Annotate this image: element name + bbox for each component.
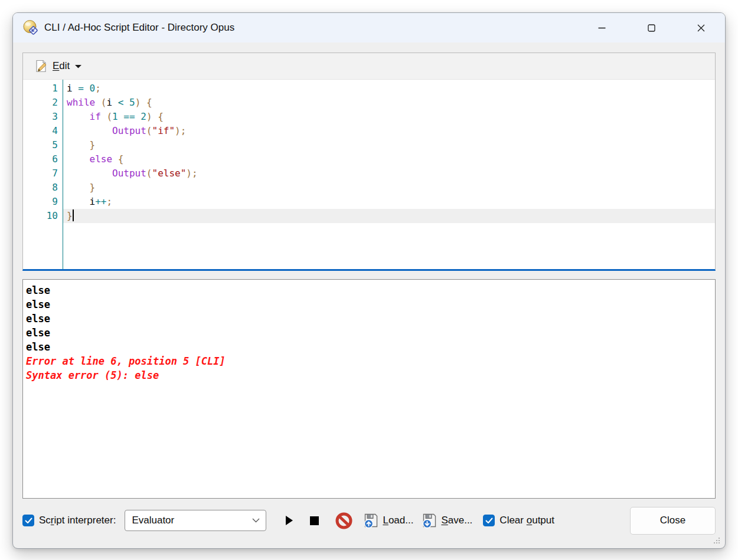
code-lines: i = 0;while (i < 5) { if (1 == 2) { Outp… — [63, 80, 715, 269]
save-button-label: Save... — [441, 515, 472, 526]
abort-button[interactable] — [335, 512, 352, 529]
script-editor-dialog: CLI / Ad-Hoc Script Editor - Directory O… — [12, 12, 726, 549]
line-number: 2 — [23, 96, 63, 110]
editor-panel: Edit 12345678910 i = 0;while (i < 5) { i… — [22, 53, 716, 271]
no-entry-icon — [335, 512, 352, 529]
line-number: 4 — [23, 124, 63, 138]
play-icon — [285, 515, 293, 526]
chevron-down-icon — [252, 518, 260, 523]
code-line: i = 0; — [63, 81, 715, 96]
line-number: 10 — [23, 209, 63, 223]
floppy-save-icon — [422, 513, 437, 529]
maximize-icon[interactable] — [638, 15, 665, 41]
line-number: 6 — [23, 152, 63, 166]
code-line: i++; — [63, 195, 715, 209]
bottom-toolbar: Script interpreter: Evaluator — [22, 506, 716, 535]
text-caret — [73, 209, 74, 221]
interpreter-select[interactable]: Evaluator — [125, 510, 266, 531]
stop-button[interactable] — [306, 513, 322, 528]
code-line: } — [63, 209, 715, 223]
dialog-body: Edit 12345678910 i = 0;while (i < 5) { i… — [13, 42, 725, 535]
clear-output-checkbox[interactable] — [483, 515, 495, 526]
code-line: Output("else"); — [63, 166, 715, 181]
code-line: Output("if"); — [63, 124, 715, 138]
code-line: } — [63, 138, 715, 152]
code-line: if (1 == 2) { — [63, 110, 715, 124]
output-line: else — [26, 283, 710, 297]
line-number: 9 — [23, 195, 63, 209]
line-number: 3 — [23, 110, 63, 124]
clear-output-group: Clear output — [483, 515, 554, 526]
line-number: 8 — [23, 181, 63, 195]
close-icon[interactable] — [687, 15, 714, 41]
code-editor[interactable]: 12345678910 i = 0;while (i < 5) { if (1 … — [23, 80, 715, 269]
window-title: CLI / Ad-Hoc Script Editor - Directory O… — [44, 22, 234, 34]
load-button-label: Load... — [383, 515, 413, 526]
output-panel[interactable]: elseelseelseelseelseError at line 6, pos… — [22, 279, 716, 499]
desktop-background: CLI / Ad-Hoc Script Editor - Directory O… — [0, 0, 738, 560]
clear-output-label: Clear output — [499, 515, 554, 526]
output-error-line: Syntax error (5): else — [26, 368, 710, 382]
save-button[interactable]: Save... — [422, 513, 472, 529]
code-line: else { — [63, 152, 715, 166]
output-line: else — [26, 326, 710, 340]
edit-menu-button[interactable]: Edit — [29, 55, 87, 77]
caption-buttons — [588, 15, 714, 41]
titlebar[interactable]: CLI / Ad-Hoc Script Editor - Directory O… — [13, 13, 725, 42]
minimize-icon[interactable] — [588, 15, 615, 41]
line-number: 7 — [23, 166, 63, 181]
directory-opus-app-icon — [22, 19, 39, 36]
output-line: else — [26, 297, 710, 312]
edit-pencil-icon — [34, 59, 48, 73]
editor-toolbar: Edit — [23, 53, 715, 80]
line-number: 1 — [23, 81, 63, 96]
script-interpreter-label: Script interpreter: — [39, 515, 116, 526]
line-number: 5 — [23, 138, 63, 152]
stop-icon — [310, 516, 319, 525]
line-number-gutter: 12345678910 — [23, 80, 63, 269]
code-line: while (i < 5) { — [63, 96, 715, 110]
resize-grip-icon[interactable] — [713, 536, 721, 545]
output-line: else — [26, 312, 710, 326]
close-button[interactable]: Close — [630, 507, 716, 535]
script-interpreter-checkbox[interactable] — [22, 515, 34, 526]
run-button[interactable] — [282, 513, 297, 528]
interpreter-selected-value: Evaluator — [132, 515, 174, 526]
floppy-load-icon — [363, 513, 379, 529]
script-interpreter-group: Script interpreter: — [22, 515, 116, 526]
output-line: else — [26, 340, 710, 354]
chevron-down-icon — [75, 64, 81, 68]
output-error-line: Error at line 6, position 5 [CLI] — [26, 354, 710, 368]
code-line: } — [63, 181, 715, 195]
load-button[interactable]: Load... — [363, 513, 413, 529]
edit-menu-label: Edit — [53, 60, 70, 72]
